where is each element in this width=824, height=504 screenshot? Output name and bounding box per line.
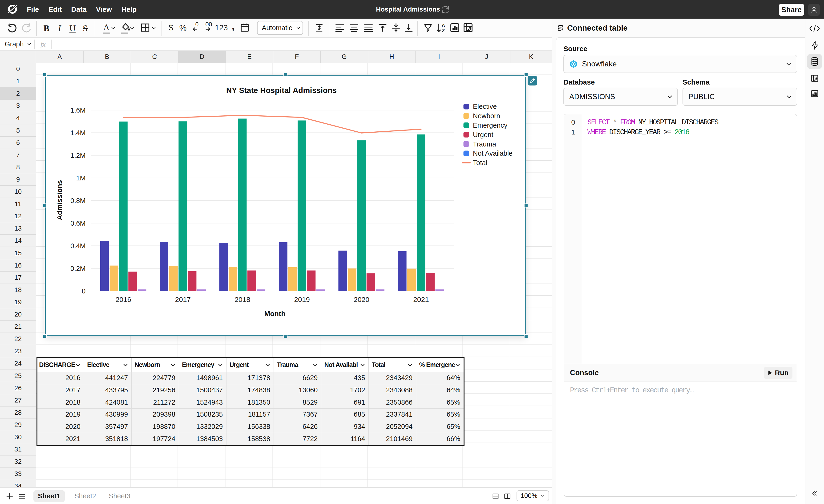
svg-text:Month: Month: [264, 309, 285, 317]
svg-text:Z: Z: [442, 28, 445, 33]
svg-text:A: A: [441, 23, 445, 28]
svg-text:0: 0: [82, 287, 86, 295]
svg-text:1.6M: 1.6M: [70, 106, 86, 114]
svg-text:Emergency: Emergency: [473, 121, 507, 129]
svg-text:0.6M: 0.6M: [70, 219, 86, 227]
svg-text:0.4M: 0.4M: [70, 242, 86, 249]
svg-text:0.2M: 0.2M: [70, 265, 86, 272]
svg-text:.0: .0: [194, 22, 199, 27]
svg-text:2018: 2018: [234, 295, 250, 303]
svg-text:Elective: Elective: [473, 103, 497, 110]
svg-text:.00: .00: [204, 22, 212, 28]
svg-text:Newborn: Newborn: [473, 112, 500, 120]
svg-text:Urgent: Urgent: [473, 131, 493, 138]
svg-text:2020: 2020: [353, 295, 370, 303]
svg-text:0.8M: 0.8M: [70, 197, 86, 204]
svg-text:1.4M: 1.4M: [70, 129, 86, 136]
svg-text:Trauma: Trauma: [473, 140, 496, 148]
svg-text:2016: 2016: [115, 295, 131, 303]
svg-text:1M: 1M: [76, 174, 86, 182]
svg-text:Admissions: Admissions: [55, 180, 63, 220]
svg-text:1.2M: 1.2M: [70, 152, 86, 159]
svg-text:2021: 2021: [413, 295, 429, 303]
svg-text:2017: 2017: [175, 295, 191, 303]
svg-text:Total: Total: [473, 159, 487, 167]
svg-text:NY State Hospital Admissions: NY State Hospital Admissions: [226, 86, 336, 94]
svg-text:Not Available: Not Available: [473, 149, 513, 157]
svg-text:2019: 2019: [294, 295, 310, 303]
